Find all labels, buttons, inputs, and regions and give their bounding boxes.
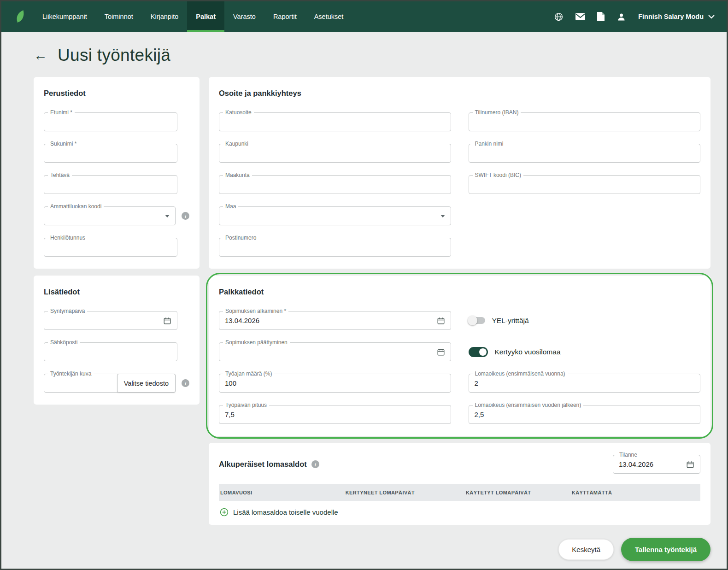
- leaf-icon: [14, 9, 26, 24]
- field-label: Sopimuksen alkaminen *: [223, 308, 288, 314]
- footer-actions: Keskeytä Tallenna työntekijä: [209, 532, 710, 561]
- nav-item-varasto[interactable]: Varasto: [224, 1, 264, 32]
- field-tyoajan-maara[interactable]: Työajan määrä (%) 100: [219, 374, 451, 393]
- toggle-label: Kertyykö vuosilomaa: [495, 348, 561, 356]
- page-title: Uusi työntekijä: [58, 46, 170, 65]
- card-lisatiedot: Lisätiedot Syntymäpäivä Sähköposti: [34, 276, 200, 405]
- card-title-perustiedot: Perustiedot: [44, 89, 189, 98]
- field-label: Tilinumero (IBAN): [473, 109, 521, 116]
- nav-item-palkat[interactable]: Palkat: [187, 1, 224, 32]
- nav-item-liikekumppanit[interactable]: Liikekumppanit: [34, 1, 96, 32]
- salary-left-column: Sopimuksen alkaminen * 13.04.2026: [219, 311, 451, 424]
- nav-item-kirjanpito[interactable]: Kirjanpito: [142, 1, 187, 32]
- field-label: Kaupunki: [223, 141, 251, 147]
- toggle-yel-yrittaja[interactable]: YEL-yrittäjä: [469, 311, 701, 330]
- select-maa[interactable]: Maa: [219, 206, 451, 225]
- toggle-switch-on[interactable]: [469, 347, 488, 357]
- field-label: Pankin nimi: [473, 141, 506, 147]
- user-icon[interactable]: [616, 12, 626, 22]
- card-title-palkkatiedot: Palkkatiedot: [219, 288, 700, 296]
- field-sopimuksen-alkaminen[interactable]: Sopimuksen alkaminen * 13.04.2026: [219, 311, 451, 330]
- account-label: Finnish Salary Modu: [638, 13, 704, 20]
- field-label: Työpäivän pituus: [223, 402, 269, 408]
- chevron-down-icon: [708, 15, 715, 19]
- toggle-kertyyko-vuosilomaa[interactable]: Kertyykö vuosilomaa: [469, 342, 701, 361]
- info-icon[interactable]: [182, 212, 189, 220]
- field-label: Postinumero: [223, 235, 258, 241]
- info-icon[interactable]: [182, 379, 189, 387]
- nav-item-toiminnot[interactable]: Toiminnot: [96, 1, 142, 32]
- field-label: Henkilötunnus: [48, 235, 88, 241]
- palkkatiedot-highlight: Palkkatiedot Sopimuksen alkaminen * 13.0…: [209, 276, 710, 436]
- field-value: 2: [475, 379, 478, 387]
- field-henkilotunnus[interactable]: Henkilötunnus: [44, 238, 177, 257]
- info-icon[interactable]: [311, 460, 319, 468]
- field-etunimi[interactable]: Etunimi *: [44, 112, 177, 131]
- back-button[interactable]: ←: [34, 48, 47, 62]
- globe-icon[interactable]: [554, 12, 564, 22]
- plus-circle-icon: [220, 508, 229, 517]
- field-tyontekijan-kuva[interactable]: Työntekijän kuva Valitse tiedosto: [44, 374, 176, 393]
- field-tilinumero-iban[interactable]: Tilinumero (IBAN): [469, 112, 701, 131]
- field-pankin-nimi[interactable]: Pankin nimi: [469, 144, 701, 163]
- calendar-icon[interactable]: [686, 460, 694, 469]
- field-sahkoposti[interactable]: Sähköposti: [44, 342, 177, 361]
- field-value: 13.04.2026: [225, 317, 259, 324]
- nav-item-raportit[interactable]: Raportit: [264, 1, 305, 32]
- field-lomaoikeus-vuoden-jalkeen[interactable]: Lomaoikeus (ensimmäisen vuoden jälkeen) …: [469, 405, 701, 424]
- field-label: Maakunta: [223, 172, 252, 178]
- field-value: 7,5: [225, 411, 235, 418]
- column-header-lomavuosi: LOMAVUOSI: [219, 490, 344, 495]
- field-label: Syntymäpäivä: [48, 308, 87, 314]
- column-header-kaytetyt: KÄYTETYT LOMAPÄIVÄT: [464, 490, 570, 495]
- nav-item-asetukset[interactable]: Asetukset: [305, 1, 352, 32]
- field-label: Tehtävä: [48, 172, 72, 178]
- address-column: Katuosoite Kaupunki Maakunta Maa: [219, 112, 451, 257]
- main-content: ← Uusi työntekijä Perustiedot Etunimi * …: [1, 46, 727, 570]
- mail-icon[interactable]: [575, 13, 585, 20]
- field-katuosoite[interactable]: Katuosoite: [219, 112, 451, 131]
- calendar-icon[interactable]: [437, 348, 445, 356]
- field-value: 13.04.2026: [619, 460, 653, 468]
- field-label: Ammattiluokan koodi: [48, 203, 104, 210]
- card-lomasaldot: Alkuperäiset lomasaldot Tilanne 13.04.20…: [209, 443, 710, 525]
- salary-right-column: YEL-yrittäjä Kertyykö vuosilomaa Lomaoik…: [469, 311, 701, 424]
- toggle-label: YEL-yrittäjä: [492, 317, 529, 325]
- field-postinumero[interactable]: Postinumero: [219, 238, 451, 257]
- field-label: Tilanne: [617, 452, 640, 458]
- choose-file-button[interactable]: Valitse tiedosto: [117, 374, 176, 393]
- toggle-knob: [479, 348, 487, 356]
- account-menu[interactable]: Finnish Salary Modu: [638, 13, 715, 20]
- field-syntymapaiva[interactable]: Syntymäpäivä: [44, 311, 177, 330]
- calendar-icon[interactable]: [163, 317, 171, 325]
- add-vacation-balance-link[interactable]: Lisää lomasaldoa toiselle vuodelle: [219, 501, 700, 517]
- save-employee-button[interactable]: Tallenna työntekijä: [621, 538, 710, 561]
- app-logo-leaf-icon[interactable]: [14, 1, 26, 32]
- field-label: Katuosoite: [223, 109, 254, 116]
- calendar-icon[interactable]: [437, 317, 445, 325]
- field-swift-bic[interactable]: SWIFT koodi (BIC): [469, 175, 701, 194]
- cancel-button[interactable]: Keskeytä: [558, 539, 614, 560]
- field-label: Sähköposti: [48, 339, 80, 346]
- chevron-down-icon: [440, 215, 445, 217]
- field-label: Etunimi *: [48, 109, 75, 116]
- select-ammattiluokan-koodi[interactable]: Ammattiluokan koodi: [44, 206, 176, 225]
- field-sukunimi[interactable]: Sukunimi *: [44, 144, 177, 163]
- field-kaupunki[interactable]: Kaupunki: [219, 144, 451, 163]
- field-tilanne[interactable]: Tilanne 13.04.2026: [613, 455, 700, 474]
- field-label: Sukunimi *: [48, 141, 79, 147]
- field-tyopaivan-pituus[interactable]: Työpäivän pituus 7,5: [219, 405, 451, 424]
- vacation-balances-title: Alkuperäiset lomasaldot: [219, 460, 307, 469]
- field-lomaoikeus-ensimmaisena-vuonna[interactable]: Lomaoikeus (ensimmäisenä vuonna) 2: [469, 374, 701, 393]
- field-sopimuksen-paattyminen[interactable]: Sopimuksen päättyminen: [219, 342, 451, 361]
- field-maakunta[interactable]: Maakunta: [219, 175, 451, 194]
- card-palkkatiedot: Palkkatiedot Sopimuksen alkaminen * 13.0…: [209, 276, 710, 436]
- chevron-down-icon: [165, 215, 170, 217]
- field-label: Maa: [223, 203, 238, 210]
- page-header: ← Uusi työntekijä: [34, 46, 710, 65]
- column-header-kayttamatta: KÄYTTÄMÄTTÄ: [570, 490, 700, 495]
- add-link-label: Lisää lomasaldoa toiselle vuodelle: [233, 508, 338, 516]
- field-tehtava[interactable]: Tehtävä: [44, 175, 177, 194]
- document-icon[interactable]: [597, 12, 605, 21]
- toggle-switch-off[interactable]: [469, 317, 485, 324]
